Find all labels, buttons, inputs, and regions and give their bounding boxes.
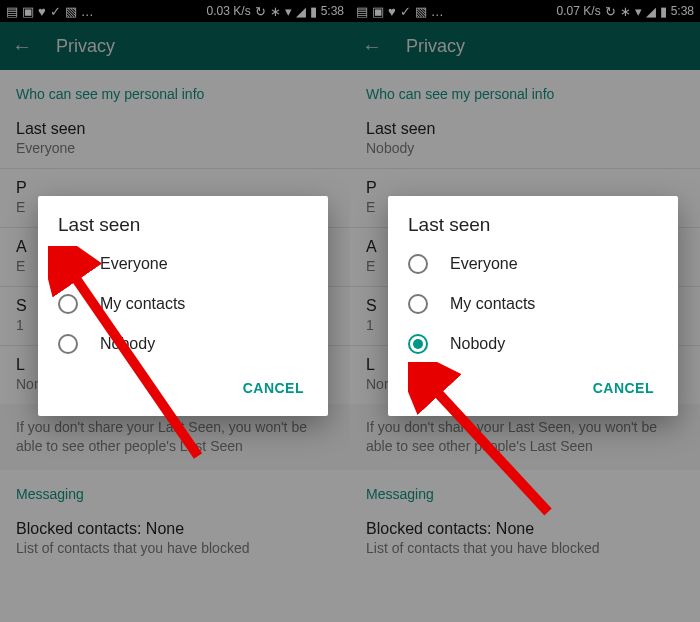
dialog-title: Last seen: [38, 214, 328, 244]
option-label: My contacts: [100, 295, 185, 313]
option-label: Nobody: [100, 335, 155, 353]
option-my-contacts[interactable]: My contacts: [388, 284, 678, 324]
radio-icon: [408, 334, 428, 354]
option-label: Everyone: [450, 255, 518, 273]
option-label: Nobody: [450, 335, 505, 353]
last-seen-dialog: Last seen Everyone My contacts Nobody CA…: [388, 196, 678, 416]
cancel-button[interactable]: CANCEL: [583, 372, 664, 404]
option-everyone[interactable]: Everyone: [38, 244, 328, 284]
option-everyone[interactable]: Everyone: [388, 244, 678, 284]
radio-icon: [408, 254, 428, 274]
screen-left: ▤ ▣ ♥ ✓ ▧ … 0.03 K/s ↻ ∗ ▾ ◢ ▮ 5:38 ← Pr…: [0, 0, 350, 622]
radio-icon: [408, 294, 428, 314]
option-nobody[interactable]: Nobody: [38, 324, 328, 364]
last-seen-dialog: Last seen Everyone My contacts Nobody CA…: [38, 196, 328, 416]
radio-icon: [58, 294, 78, 314]
screen-right: ▤ ▣ ♥ ✓ ▧ … 0.07 K/s ↻ ∗ ▾ ◢ ▮ 5:38 ← Pr…: [350, 0, 700, 622]
option-label: My contacts: [450, 295, 535, 313]
option-my-contacts[interactable]: My contacts: [38, 284, 328, 324]
radio-icon: [58, 334, 78, 354]
option-nobody[interactable]: Nobody: [388, 324, 678, 364]
cancel-button[interactable]: CANCEL: [233, 372, 314, 404]
radio-icon: [58, 254, 78, 274]
dialog-title: Last seen: [388, 214, 678, 244]
option-label: Everyone: [100, 255, 168, 273]
